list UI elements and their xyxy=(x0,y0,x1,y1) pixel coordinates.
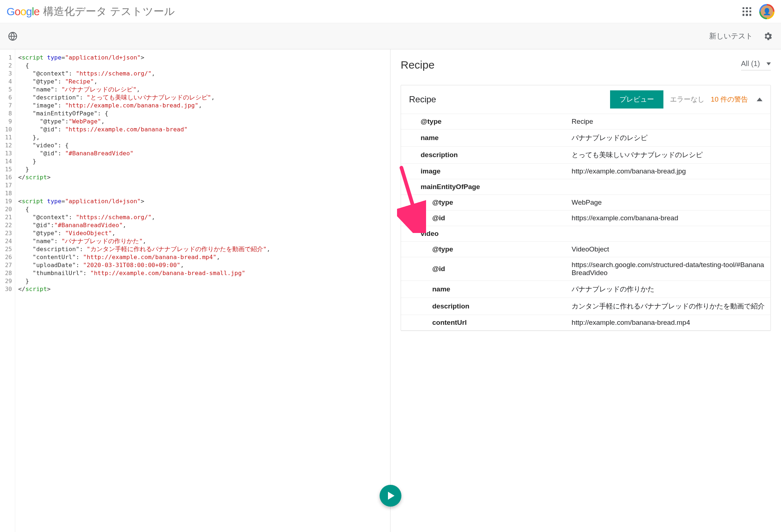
properties-table: @typeRecipenameバナナブレッドのレシピdescriptionとって… xyxy=(401,114,770,331)
error-status: エラーなし xyxy=(670,95,704,104)
result-card: Recipe プレビュー エラーなし 10 件の警告 @typeRecipena… xyxy=(401,85,771,331)
results-title: Recipe xyxy=(401,59,434,71)
gear-icon[interactable] xyxy=(763,31,773,41)
code-editor[interactable]: 1234567891011121314151617181920212223242… xyxy=(0,49,390,532)
card-header: Recipe プレビュー エラーなし 10 件の警告 xyxy=(401,85,770,114)
property-value: バナナブレッドのレシピ xyxy=(567,130,770,147)
main: 1234567891011121314151617181920212223242… xyxy=(0,49,781,532)
app-header: Google 構造化データ テストツール 👤 xyxy=(0,0,781,23)
property-key: mainEntityOfPage xyxy=(401,179,567,195)
table-row[interactable]: video xyxy=(401,226,770,242)
new-test-button[interactable]: 新しいテスト xyxy=(709,31,753,41)
line-gutter: 1234567891011121314151617181920212223242… xyxy=(0,49,15,532)
property-value: カンタン手軽に作れるバナナブレッドの作りかたを動画で紹介 xyxy=(567,298,770,315)
property-key: description xyxy=(401,147,567,164)
property-key: contentUrl xyxy=(401,315,567,331)
results-pane: Recipe All (1) Recipe プレビュー エラーなし 10 件の警… xyxy=(390,49,781,532)
results-header: Recipe All (1) xyxy=(401,59,771,71)
table-row[interactable]: @typeRecipe xyxy=(401,114,770,130)
code-content[interactable]: <script type="application/ld+json"> { "@… xyxy=(15,49,390,532)
filter-label: All (1) xyxy=(741,60,760,68)
property-key: @type xyxy=(401,114,567,130)
property-key: @id xyxy=(401,257,567,281)
apps-launcher-icon[interactable] xyxy=(743,7,751,16)
property-value xyxy=(567,226,770,242)
chevron-down-icon xyxy=(766,62,771,65)
results-filter[interactable]: All (1) xyxy=(741,60,771,70)
globe-icon[interactable] xyxy=(8,32,17,41)
property-key: video xyxy=(401,226,567,242)
property-value: WebPage xyxy=(567,195,770,210)
google-logo: Google xyxy=(7,5,40,18)
table-row[interactable]: descriptionカンタン手軽に作れるバナナブレッドの作りかたを動画で紹介 xyxy=(401,298,770,315)
run-button[interactable] xyxy=(380,485,401,507)
property-key: description xyxy=(401,298,567,315)
table-row[interactable]: imagehttp://example.com/banana-bread.jpg xyxy=(401,164,770,179)
property-value: VideoObject xyxy=(567,242,770,257)
property-value: バナナブレッドの作りかた xyxy=(567,281,770,298)
warning-status: 10 件の警告 xyxy=(711,95,748,104)
property-key: name xyxy=(401,281,567,298)
card-title: Recipe xyxy=(409,94,436,105)
table-row[interactable]: @idhttps://search.google.com/structured-… xyxy=(401,257,770,281)
table-row[interactable]: contentUrlhttp://example.com/banana-brea… xyxy=(401,315,770,331)
table-row[interactable]: descriptionとっても美味しいバナナブレッドのレシピ xyxy=(401,147,770,164)
avatar[interactable]: 👤 xyxy=(759,4,774,19)
table-row[interactable]: nameバナナブレッドのレシピ xyxy=(401,130,770,147)
tool-title: 構造化データ テストツール xyxy=(43,4,175,19)
table-row[interactable]: @typeWebPage xyxy=(401,195,770,210)
table-row[interactable]: @idhttps://example.com/banana-bread xyxy=(401,210,770,226)
property-value: http://example.com/banana-bread.mp4 xyxy=(567,315,770,331)
property-value: http://example.com/banana-bread.jpg xyxy=(567,164,770,179)
property-value xyxy=(567,179,770,195)
property-value: https://example.com/banana-bread xyxy=(567,210,770,226)
property-key: @id xyxy=(401,210,567,226)
table-row[interactable]: nameバナナブレッドの作りかた xyxy=(401,281,770,298)
property-key: @type xyxy=(401,242,567,257)
property-value: とっても美味しいバナナブレッドのレシピ xyxy=(567,147,770,164)
property-value: https://search.google.com/structured-dat… xyxy=(567,257,770,281)
preview-button[interactable]: プレビュー xyxy=(610,90,663,109)
property-key: @type xyxy=(401,195,567,210)
property-key: name xyxy=(401,130,567,147)
table-row[interactable]: mainEntityOfPage xyxy=(401,179,770,195)
table-row[interactable]: @typeVideoObject xyxy=(401,242,770,257)
property-value: Recipe xyxy=(567,114,770,130)
property-key: image xyxy=(401,164,567,179)
toolbar: 新しいテスト xyxy=(0,23,781,49)
chevron-up-icon[interactable] xyxy=(757,98,762,101)
